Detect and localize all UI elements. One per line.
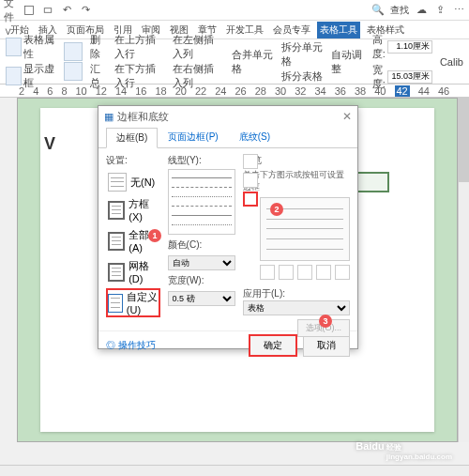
horizontal-ruler: 2468101214161820222426283032343638404244… <box>0 84 469 98</box>
preset-box[interactable]: 方框(X) <box>106 195 160 224</box>
save-icon[interactable] <box>23 4 36 17</box>
preset-custom[interactable]: 自定义(U) <box>106 288 160 317</box>
svg-rect-1 <box>44 8 52 12</box>
annotation-badge-2: 2 <box>270 203 283 216</box>
search-placeholder[interactable]: 查找 <box>390 4 409 17</box>
text-letter: V <box>44 134 55 154</box>
merge-cells-button[interactable]: 合并单元格 <box>232 48 274 76</box>
vertical-scrollbar[interactable] <box>458 98 469 442</box>
tab-page-borders[interactable]: 页面边框(P) <box>158 127 228 147</box>
tab-dev[interactable]: 开发工具 <box>223 22 266 38</box>
search-icon[interactable]: 🔍 <box>371 4 385 17</box>
draw-table-button[interactable] <box>64 42 83 61</box>
table-props-button[interactable]: 表格属性 <box>6 33 56 61</box>
undo-icon[interactable]: ↶ <box>60 4 73 17</box>
color-label: 颜色(C): <box>168 238 235 252</box>
cancel-button[interactable]: 取消 <box>303 334 350 357</box>
line-style-list[interactable] <box>168 169 235 235</box>
dialog-title: 边框和底纹 <box>117 110 169 124</box>
more-icon[interactable]: ⋯ <box>452 4 465 17</box>
title-bar: 三 文件 ∨ ↶ ↷ 🔍 查找 ☁ ⇪ ⋯ <box>0 0 469 21</box>
tab-borders[interactable]: 边框(B) <box>106 128 158 148</box>
height-input[interactable] <box>387 40 432 54</box>
font-name[interactable]: Calib <box>440 56 463 68</box>
app-menu-icon[interactable]: 三 文件 ∨ <box>4 4 17 17</box>
share-icon[interactable]: ⇪ <box>433 4 446 17</box>
edge-left-button[interactable] <box>279 265 294 280</box>
edge-diag2-button[interactable] <box>335 265 350 280</box>
split-table-button[interactable]: 拆分表格 <box>281 69 324 84</box>
borders-shading-dialog: ▦ 边框和底纹 ✕ 边框(B) 页面边框(P) 底纹(S) 设置: 无(N) 方… <box>98 105 358 349</box>
settings-label: 设置: <box>106 154 160 167</box>
ribbon: 表格属性 显示虚框 删除 汇总 在上方插入行 在下方插入行 在左侧插入列 在右侧… <box>0 39 469 84</box>
preview-label: 预览 <box>243 154 350 167</box>
autofit-button[interactable]: 自动调整 <box>331 48 365 76</box>
horizontal-scrollbar[interactable] <box>0 465 469 476</box>
preview-hint: 单击下方图示或按钮可设置边框 <box>243 169 350 193</box>
ok-button[interactable]: 确定 <box>249 334 297 357</box>
width-input[interactable] <box>387 70 432 84</box>
width-select[interactable]: 0.5 磅 <box>168 291 235 306</box>
tab-shading[interactable]: 底纹(S) <box>229 127 280 147</box>
color-select[interactable]: 自动 <box>168 255 235 270</box>
preset-none[interactable]: 无(N) <box>106 171 160 193</box>
redo-icon[interactable]: ↷ <box>79 4 92 17</box>
eraser-button[interactable] <box>64 62 83 81</box>
apply-label: 应用于(L): <box>243 287 350 300</box>
svg-rect-0 <box>25 6 34 14</box>
edge-right-button[interactable] <box>316 265 331 280</box>
preset-grid[interactable]: 网格(D) <box>106 257 160 286</box>
split-cells-button[interactable]: 拆分单元格 <box>281 40 324 69</box>
scrollbar-thumb[interactable] <box>459 98 469 182</box>
height-label: 高度: <box>372 33 386 61</box>
width-label: 宽度(W): <box>168 274 235 287</box>
tab-table-tools[interactable]: 表格工具 <box>317 22 360 38</box>
insert-row-above-button[interactable]: 在上方插入行 <box>114 33 165 61</box>
delete-button[interactable]: 删除 <box>90 33 107 61</box>
style-label: 线型(Y): <box>168 154 235 167</box>
edge-diag1-button[interactable] <box>260 265 275 280</box>
annotation-badge-1: 1 <box>148 229 161 242</box>
annotation-badge-3: 3 <box>319 315 332 328</box>
edge-vmid-button[interactable] <box>297 265 312 280</box>
tab-member[interactable]: 会员专享 <box>270 22 313 38</box>
insert-col-left-button[interactable]: 在左侧插入列 <box>173 33 223 61</box>
close-icon[interactable]: ✕ <box>342 110 352 123</box>
watermark: Baidu 经验 jingyan.baidu.com <box>356 440 452 461</box>
tips-link[interactable]: ◎ 操作技巧 <box>106 339 156 352</box>
edge-hmid-button[interactable] <box>243 173 258 188</box>
edge-top-button[interactable] <box>243 154 258 169</box>
cloud-icon[interactable]: ☁ <box>415 4 428 17</box>
print-icon[interactable] <box>41 4 54 17</box>
edge-bottom-button[interactable] <box>243 192 258 207</box>
apply-select[interactable]: 表格 <box>243 300 350 315</box>
dialog-icon: ▦ <box>104 111 113 123</box>
